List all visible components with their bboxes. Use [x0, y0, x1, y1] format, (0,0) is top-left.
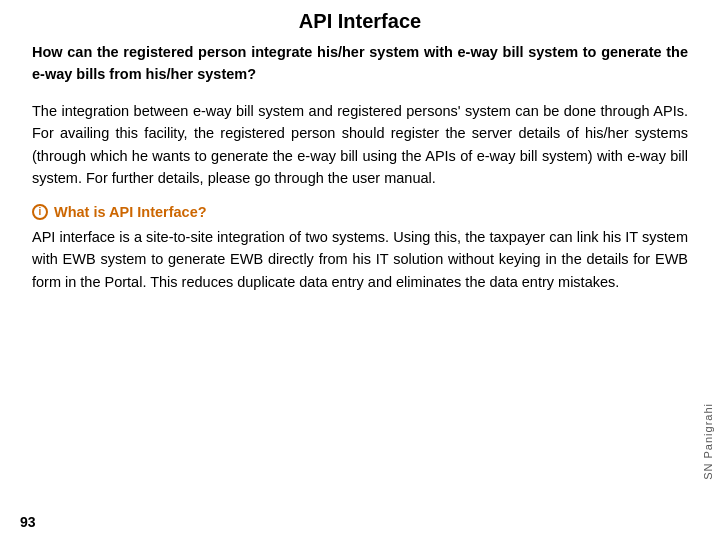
question-heading: i What is API Interface? [32, 204, 688, 220]
paragraph-3: API interface is a site-to-site integrat… [32, 226, 688, 293]
paragraph-1: How can the registered person integrate … [32, 41, 688, 86]
page-container: API Interface How can the registered per… [0, 0, 720, 540]
content-area: How can the registered person integrate … [20, 41, 700, 293]
question-label: What is API Interface? [54, 204, 207, 220]
page-title: API Interface [20, 10, 700, 33]
paragraph-2: The integration between e-way bill syste… [32, 100, 688, 190]
info-icon: i [32, 204, 48, 220]
watermark-text: SN Panigrahi [702, 403, 714, 480]
question-text: How can the registered person integrate … [32, 44, 688, 82]
page-number: 93 [20, 514, 36, 530]
